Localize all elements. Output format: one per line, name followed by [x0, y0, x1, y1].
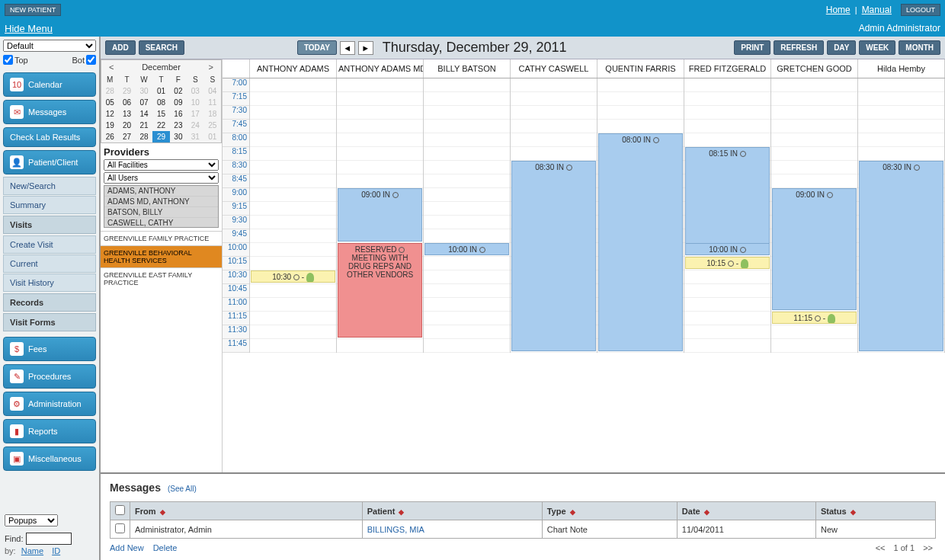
by-name-link[interactable]: Name [21, 546, 43, 555]
provider-column-header[interactable]: BILLY BATSON [424, 59, 511, 78]
provider-column-header[interactable]: ANTHONY ADAMS MD [337, 59, 424, 78]
home-link[interactable]: Home [826, 5, 850, 15]
sort-icon[interactable]: ◆ [399, 508, 404, 516]
print-button[interactable]: PRINT [734, 40, 770, 55]
new-patient-button[interactable]: NEW PATIENT [5, 4, 61, 16]
nav-fees[interactable]: $Fees [3, 337, 96, 361]
provider-option[interactable]: ADAMS MD, ANTHONY [104, 197, 218, 207]
nav-reports[interactable]: ▮Reports [3, 419, 96, 443]
delete-link[interactable]: Delete [153, 543, 178, 552]
by-id-link[interactable]: ID [52, 546, 60, 555]
patient-link[interactable]: BILLINGS, MIA [367, 525, 424, 534]
records-heading[interactable]: Records [3, 293, 96, 312]
sub-summary[interactable]: Summary [3, 196, 96, 214]
see-all-link[interactable]: (See All) [168, 485, 197, 493]
provider-column[interactable]: 10:30 - [250, 78, 337, 353]
appointment[interactable]: 09:00 IN [772, 188, 857, 310]
minical-day[interactable]: 29 [118, 85, 135, 97]
appointment[interactable]: 08:30 IN [859, 161, 943, 351]
users-select[interactable]: All Users [104, 172, 219, 184]
minical-day[interactable]: 14 [136, 108, 152, 120]
provider-option[interactable]: CASWELL, CATHY [104, 218, 218, 228]
nav-administration[interactable]: ⚙Administration [3, 392, 96, 416]
provider-column-header[interactable]: CATHY CASWELL [511, 59, 597, 78]
minical-day[interactable]: 19 [101, 120, 118, 131]
provider-option[interactable]: ADAMS, ANTHONY [104, 186, 218, 197]
nav-procedures[interactable]: ✎Procedures [3, 364, 96, 389]
minical-day[interactable]: 03 [187, 85, 203, 97]
provider-column[interactable]: 08:00 IN [597, 78, 684, 353]
facility-select[interactable]: All Facilities [104, 159, 219, 171]
visit-forms-heading[interactable]: Visit Forms [3, 313, 96, 331]
pager-last[interactable]: >> [923, 543, 933, 552]
add-button[interactable]: ADD [105, 40, 136, 55]
sort-icon[interactable]: ◆ [570, 508, 575, 516]
sort-icon[interactable]: ◆ [850, 508, 856, 516]
msg-col-from[interactable]: From ◆ [130, 502, 363, 520]
providers-listbox[interactable]: ADAMS, ANTHONYADAMS MD, ANTHONYBATSON, B… [104, 185, 219, 228]
appointment[interactable]: 10:30 - [251, 270, 335, 283]
patient-client-button[interactable]: 👤Patient/Client [3, 150, 96, 174]
minical-day[interactable]: 18 [204, 108, 221, 120]
provider-column[interactable]: 08:15 IN 10:00 IN 10:15 - [684, 78, 771, 353]
message-row[interactable]: Administrator, AdminBILLINGS, MIAChart N… [111, 520, 936, 539]
minical-day[interactable]: 09 [170, 97, 187, 108]
minical-day[interactable]: 06 [118, 97, 135, 108]
minical-day[interactable]: 05 [101, 97, 118, 108]
nav-calendar[interactable]: 10Calendar [3, 72, 96, 97]
appointment[interactable]: 08:00 IN [598, 133, 683, 351]
group-select[interactable]: Default [3, 40, 96, 52]
minical-day[interactable]: 08 [152, 97, 169, 108]
top-checkbox[interactable]: Top [3, 55, 28, 65]
minical-day[interactable]: 28 [101, 85, 118, 97]
sub-current[interactable]: Current [3, 254, 96, 273]
appointment[interactable]: 10:00 IN [685, 243, 770, 255]
provider-column[interactable]: 08:30 IN [511, 78, 597, 353]
minical-day[interactable]: 10 [187, 97, 203, 108]
day-view-button[interactable]: DAY [827, 40, 856, 55]
sort-icon[interactable]: ◆ [704, 508, 710, 516]
search-button[interactable]: SEARCH [139, 40, 184, 55]
today-button[interactable]: TODAY [297, 40, 337, 55]
provider-column-header[interactable]: GRETCHEN GOOD [771, 59, 858, 78]
next-day-button[interactable]: ► [358, 41, 373, 55]
appointment[interactable]: 11:15 - [772, 312, 857, 324]
popups-select[interactable]: Popups [5, 514, 58, 526]
minical-day[interactable]: 28 [136, 131, 152, 142]
minical-day[interactable]: 25 [204, 120, 221, 131]
provider-column-header[interactable]: FRED FITZGERALD [684, 59, 771, 78]
provider-column[interactable]: 09:00 IN 11:15 - [771, 78, 858, 353]
provider-option[interactable]: BATSON, BILLY [104, 207, 218, 218]
sort-icon[interactable]: ◆ [160, 508, 165, 516]
minical-prev[interactable]: < [106, 62, 117, 72]
appointment[interactable]: 08:15 IN [685, 147, 770, 255]
check-lab-button[interactable]: Check Lab Results [3, 127, 96, 147]
minical-day[interactable]: 30 [136, 85, 152, 97]
hide-menu-link[interactable]: Hide Menu [5, 23, 53, 34]
minical-day[interactable]: 01 [204, 131, 221, 142]
appointment[interactable]: 10:15 - [685, 257, 770, 269]
msg-col-patient[interactable]: Patient ◆ [362, 502, 542, 520]
logout-button[interactable]: LOGOUT [901, 4, 940, 16]
select-all-checkbox[interactable] [115, 505, 125, 515]
minical-day[interactable]: 21 [136, 120, 152, 131]
sub-visit-history[interactable]: Visit History [3, 274, 96, 292]
provider-column-header[interactable]: Hilda Hemby [858, 59, 945, 78]
appointment[interactable]: 09:00 IN [338, 188, 422, 242]
msg-col-status[interactable]: Status ◆ [815, 502, 935, 520]
minical-day[interactable]: 27 [118, 131, 135, 142]
minical-day[interactable]: 29 [152, 131, 169, 142]
msg-col-date[interactable]: Date ◆ [677, 502, 815, 520]
minical-day[interactable]: 13 [118, 108, 135, 120]
minical-day[interactable]: 26 [101, 131, 118, 142]
nav-messages[interactable]: ✉Messages [3, 100, 96, 124]
minical-day[interactable]: 12 [101, 108, 118, 120]
add-new-link[interactable]: Add New [110, 543, 144, 552]
week-view-button[interactable]: WEEK [859, 40, 895, 55]
appointment[interactable]: 08:30 IN [511, 161, 596, 351]
manual-link[interactable]: Manual [862, 5, 892, 15]
appointment[interactable]: 10:00 IN [424, 243, 509, 255]
minical-day[interactable]: 07 [136, 97, 152, 108]
minical-day[interactable]: 01 [152, 85, 169, 97]
minical-day[interactable]: 04 [204, 85, 221, 97]
